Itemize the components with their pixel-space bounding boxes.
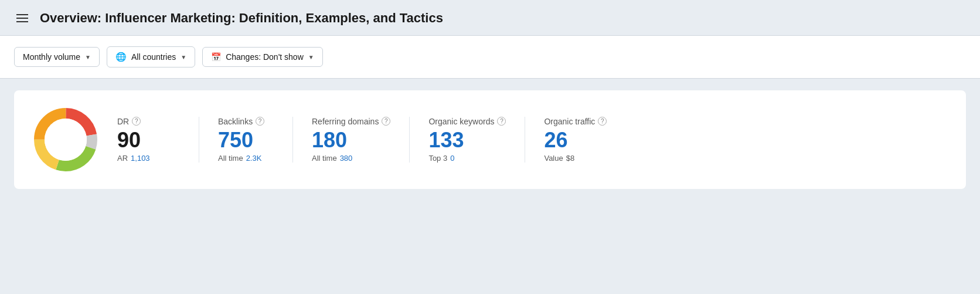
donut-center (45, 119, 87, 161)
hamburger-icon[interactable] (14, 12, 30, 25)
organic-traffic-label: Organic traffic ? (544, 117, 607, 126)
dr-help-icon[interactable]: ? (132, 117, 141, 126)
organic-keywords-top3-value[interactable]: 0 (450, 154, 454, 163)
chevron-down-icon-3: ▼ (308, 54, 314, 60)
chevron-down-icon: ▼ (85, 54, 91, 60)
changes-dropdown[interactable]: 📅 Changes: Don't show ▼ (202, 47, 323, 67)
backlinks-value[interactable]: 750 (218, 129, 274, 152)
referring-domains-label: Referring domains ? (312, 117, 390, 126)
organic-traffic-sub: Value $8 (544, 154, 607, 163)
organic-keywords-help-icon[interactable]: ? (497, 117, 506, 126)
referring-domains-sub: All time 380 (312, 154, 390, 163)
organic-traffic-metric: Organic traffic ? 26 Value $8 (525, 117, 625, 163)
organic-traffic-value[interactable]: 26 (544, 129, 607, 152)
donut-chart (30, 104, 101, 175)
dr-sub: AR 1,103 (117, 154, 180, 163)
organic-traffic-sub-label: Value (544, 154, 563, 163)
organic-keywords-metric: Organic keywords ? 133 Top 3 0 (410, 117, 525, 163)
page-title: Overview: Influencer Marketing: Definiti… (40, 11, 443, 26)
backlinks-help-icon[interactable]: ? (256, 117, 264, 126)
calendar-icon: 📅 (211, 52, 221, 62)
organic-keywords-sub-label: Top 3 (428, 154, 447, 163)
dr-sub-label: AR (117, 154, 128, 163)
organic-traffic-value-amount: $8 (566, 154, 574, 163)
dr-ar-value[interactable]: 1,103 (131, 154, 150, 163)
chevron-down-icon-2: ▼ (181, 54, 186, 60)
stats-card: DR ? 90 AR 1,103 Backlinks ? 750 All tim… (14, 90, 966, 189)
referring-domains-sub-label: All time (312, 154, 337, 163)
backlinks-sub-label: All time (218, 154, 243, 163)
monthly-volume-dropdown[interactable]: Monthly volume ▼ (14, 47, 100, 67)
all-countries-label: All countries (131, 52, 176, 62)
referring-domains-value[interactable]: 180 (312, 129, 390, 152)
organic-keywords-label: Organic keywords ? (428, 117, 506, 126)
dr-value: 90 (117, 129, 180, 152)
all-countries-dropdown[interactable]: 🌐 All countries ▼ (107, 46, 195, 67)
backlinks-label: Backlinks ? (218, 117, 274, 126)
stats-section: DR ? 90 AR 1,103 Backlinks ? 750 All tim… (0, 79, 980, 201)
referring-domains-metric: Referring domains ? 180 All time 380 (293, 117, 410, 163)
referring-domains-help-icon[interactable]: ? (382, 117, 390, 126)
dr-label: DR ? (117, 117, 180, 126)
changes-label: Changes: Don't show (226, 52, 304, 62)
globe-icon: 🌐 (115, 52, 127, 62)
monthly-volume-label: Monthly volume (23, 52, 80, 62)
backlinks-alltime-value[interactable]: 2.3K (246, 154, 262, 163)
dr-metric: DR ? 90 AR 1,103 (117, 117, 199, 163)
backlinks-sub: All time 2.3K (218, 154, 274, 163)
organic-keywords-sub: Top 3 0 (428, 154, 506, 163)
organic-keywords-value[interactable]: 133 (428, 129, 506, 152)
backlinks-metric: Backlinks ? 750 All time 2.3K (199, 117, 293, 163)
referring-domains-alltime-value[interactable]: 380 (340, 154, 353, 163)
header: Overview: Influencer Marketing: Definiti… (0, 0, 980, 36)
donut-svg (30, 104, 101, 175)
toolbar: Monthly volume ▼ 🌐 All countries ▼ 📅 Cha… (0, 36, 980, 79)
organic-traffic-help-icon[interactable]: ? (598, 117, 607, 126)
